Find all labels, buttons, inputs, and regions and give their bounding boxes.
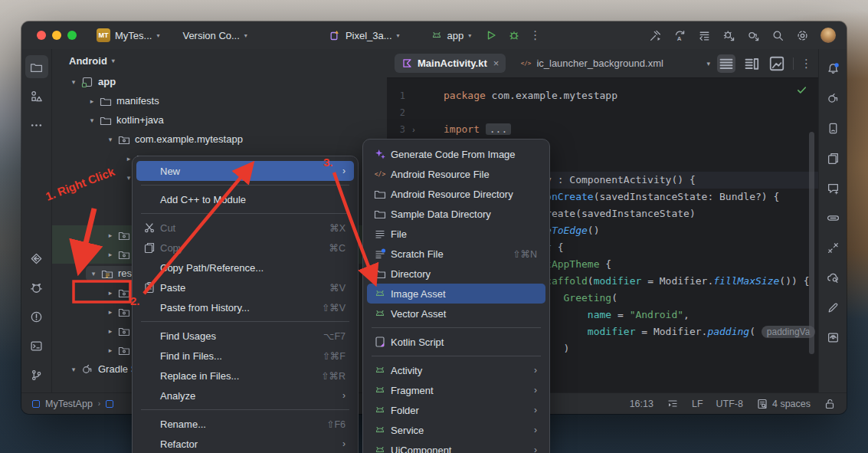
menu-item-service[interactable]: Service›	[367, 420, 545, 440]
gradle-sync-icon[interactable]	[747, 29, 760, 42]
menu-separator	[372, 356, 541, 356]
menu-item-android-resource-file[interactable]: </>Android Resource File	[367, 164, 545, 184]
menu-item-image-asset[interactable]: Image Asset	[367, 284, 545, 304]
pull-requests-button[interactable]	[25, 247, 48, 270]
menu-item-paste-from-history[interactable]: Paste from History...⇧⌘V	[136, 297, 354, 317]
menu-item-kotlin-script[interactable]: Kotlin Script	[367, 332, 545, 352]
chevron-down-icon[interactable]: ▾	[706, 60, 710, 67]
project-view-button[interactable]	[25, 55, 48, 78]
tree-item-manifests[interactable]: ▸manifests	[52, 91, 387, 110]
project-view-header[interactable]: Android ▾	[52, 49, 387, 72]
gradle-elephant-button[interactable]	[821, 87, 844, 110]
menu-item-activity[interactable]: Activity›	[367, 360, 545, 380]
tree-item-app[interactable]: ▾app	[52, 72, 387, 91]
more-actions-button[interactable]: ⋮	[529, 28, 541, 42]
menu-item-refactor[interactable]: Refactor›	[136, 434, 354, 453]
gemini-chat-button[interactable]	[821, 176, 844, 199]
menu-item-scratch-file[interactable]: Scratch File⇧⌘N	[367, 244, 545, 264]
user-avatar[interactable]	[821, 28, 836, 43]
problems-button[interactable]	[25, 305, 48, 328]
caret-position-widget[interactable]: 16:13	[630, 399, 653, 409]
menu-item-replace-in-files[interactable]: Replace in Files...⇧⌘R	[136, 366, 354, 386]
maximize-window-button[interactable]	[67, 31, 77, 40]
settings-icon[interactable]	[796, 29, 809, 42]
attach-debugger-icon[interactable]	[722, 29, 735, 42]
android-icon	[431, 29, 443, 41]
inspections-ok-icon[interactable]	[796, 84, 807, 98]
preview-book-icon	[827, 331, 840, 344]
kotlinfile-icon	[372, 336, 388, 348]
minimize-window-button[interactable]	[52, 31, 61, 40]
editor-tab-ic-launcher-background-xml[interactable]: </>ic_launcher_background.xml	[513, 54, 670, 73]
live-edit-pencil-button[interactable]	[821, 296, 844, 319]
menu-item-rename[interactable]: Rename...⇧F6	[136, 414, 354, 434]
chevron-right-icon: ▸	[104, 327, 116, 335]
terminal-button[interactable]	[25, 334, 48, 357]
close-window-button[interactable]	[37, 31, 46, 40]
build-tools-button[interactable]	[821, 236, 844, 259]
menu-item-copy[interactable]: Copy⌘C	[136, 238, 354, 258]
view-code-button[interactable]	[717, 54, 735, 73]
version-control-button[interactable]	[25, 363, 48, 386]
device-phone-button[interactable]	[821, 117, 844, 140]
search-icon[interactable]	[771, 29, 784, 42]
editor-scrollbar[interactable]	[809, 132, 814, 354]
line-separator-widget[interactable]: LF	[692, 399, 703, 409]
menu-item-find-in-files[interactable]: Find in Files...⇧⌘F	[136, 346, 354, 366]
package-icon	[116, 325, 132, 337]
tree-item-kotlin-java[interactable]: ▾kotlin+java	[52, 110, 387, 130]
indent-widget[interactable]: 4 spaces	[756, 398, 811, 410]
debug-button[interactable]	[508, 29, 520, 41]
copy-stack-button[interactable]	[821, 146, 844, 169]
more-tools-button[interactable]	[25, 113, 48, 136]
cloud-search-button[interactable]	[821, 266, 844, 289]
svg-text:A: A	[677, 34, 682, 41]
menu-item-paste[interactable]: Paste⌘V	[136, 277, 354, 297]
package-icon	[116, 287, 132, 299]
build-hammer-icon[interactable]	[649, 29, 662, 42]
editor-tab-mainactivity-kt[interactable]: MainActivity.kt×	[395, 54, 506, 73]
menu-item-label: Service	[391, 425, 424, 436]
menu-item-uicomponent[interactable]: UiComponent›	[367, 440, 545, 453]
vcs-widget[interactable]: Version Co... ▾	[182, 30, 247, 41]
fold-region-icon[interactable]: ›	[405, 126, 422, 134]
view-design-button[interactable]	[768, 54, 786, 73]
menu-item-fragment[interactable]: Fragment›	[367, 380, 545, 400]
close-tab-icon[interactable]: ×	[493, 57, 500, 69]
more-options-button[interactable]: ⋮	[801, 57, 812, 71]
menu-item-directory[interactable]: Directory	[367, 264, 545, 284]
menu-item-sample-data-directory[interactable]: Sample Data Directory	[367, 204, 545, 224]
left-tool-stripe	[21, 49, 52, 392]
octocat-button[interactable]	[25, 276, 48, 299]
code-line: 1package com.example.mytestapp	[387, 87, 818, 104]
app-links-button[interactable]	[821, 206, 844, 229]
menu-item-cut[interactable]: Cut⌘X	[136, 218, 354, 238]
menu-item-generate-code-from-image[interactable]: Generate Code From Image	[367, 144, 545, 164]
rerun-with-a-icon[interactable]: A	[673, 29, 686, 42]
encoding-widget[interactable]: UTF-8	[716, 399, 743, 409]
unlocked-icon[interactable]	[824, 398, 836, 410]
menu-shortcut: ⌘V	[329, 282, 349, 294]
menu-item-analyze[interactable]: Analyze›	[136, 386, 354, 405]
tree-item-com-example-mytestapp[interactable]: ▾com.example.mytestapp	[52, 130, 387, 149]
menu-item-new[interactable]: New›	[136, 161, 354, 181]
project-widget[interactable]: MT MyTes... ▾	[97, 28, 159, 42]
menu-item-add-c-to-module[interactable]: Add C++ to Module	[136, 189, 354, 209]
menu-shortcut: ⇧⌘R	[321, 370, 349, 382]
menu-item-file[interactable]: File	[367, 224, 545, 244]
resource-manager-button[interactable]	[25, 84, 48, 107]
notifications-bell-button[interactable]	[821, 57, 844, 80]
run-configuration[interactable]: app ▾	[431, 29, 472, 41]
menu-item-folder[interactable]: Folder›	[367, 400, 545, 420]
device-selector[interactable]: Pixel_3a... ▾	[329, 29, 400, 41]
menu-item-android-resource-directory[interactable]: Android Resource Directory	[367, 184, 545, 204]
menu-item-vector-asset[interactable]: Vector Asset	[367, 304, 545, 323]
run-button[interactable]	[485, 29, 497, 41]
preview-book-button[interactable]	[821, 326, 844, 349]
view-split-button[interactable]	[742, 54, 761, 73]
recent-tasks-icon[interactable]	[698, 29, 711, 42]
status-breadcrumb[interactable]: MyTestApp ›	[32, 399, 113, 409]
indent-format-icon[interactable]	[667, 398, 679, 410]
menu-item-copy-path-reference[interactable]: Copy Path/Reference...	[136, 258, 354, 277]
menu-item-find-usages[interactable]: Find Usages⌥F7	[136, 326, 354, 346]
